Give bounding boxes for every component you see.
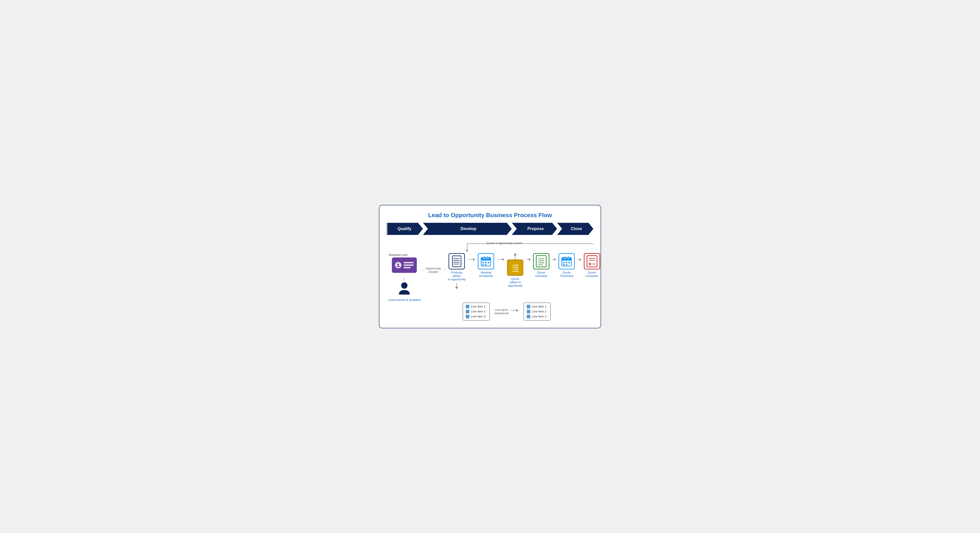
accepted-label: QuoteAccepted <box>586 271 598 278</box>
svg-rect-24 <box>485 264 487 265</box>
quote-up-arrow <box>514 253 517 255</box>
accepted-icon <box>584 253 600 270</box>
node-accepted: QuoteAccepted <box>582 253 601 278</box>
transfer-arrow <box>511 310 518 313</box>
svg-rect-45 <box>568 256 569 259</box>
person-silhouette <box>396 263 401 267</box>
phase-close: Close <box>557 223 593 235</box>
svg-rect-21 <box>485 262 487 263</box>
biz-card-icon <box>392 257 417 273</box>
svg-rect-17 <box>481 257 491 261</box>
meeting-icon <box>478 253 494 270</box>
node-products: ✓ ✓ ✓ ✓ Products addedto opportunity <box>447 253 467 289</box>
quote-red-svg <box>587 255 597 267</box>
quote-lineitem-2: Line Item 2 <box>527 310 547 313</box>
svg-text:✓: ✓ <box>453 263 454 265</box>
svg-rect-22 <box>488 262 489 263</box>
biz-card-avatar <box>395 262 401 268</box>
biz-to-lead-arrow: ↓ <box>403 276 406 281</box>
svg-point-5 <box>397 263 399 265</box>
svg-rect-23 <box>482 264 484 265</box>
lineitems-row: Line Item 1 Line Item 2 Line Item 3 Line… <box>463 303 593 320</box>
opp-created-connector: – Opportunity created → <box>422 267 447 273</box>
node-meeting: MeetingScheduled <box>476 253 496 278</box>
svg-rect-19 <box>487 256 488 259</box>
h-conn-4 <box>551 258 557 261</box>
quote-lineitem-3: Line Item 3 <box>527 315 547 318</box>
svg-rect-20 <box>482 262 484 263</box>
node-quote: Quoteadded toopportunity <box>505 253 525 287</box>
lead-column: Business card ↓ <box>387 253 422 301</box>
lead-label: Lead entered & Qualified <box>388 298 421 301</box>
presented-icon <box>558 253 575 270</box>
opp-lineitems-box: Line Item 1 Line Item 2 Line Item 3 <box>463 303 490 320</box>
svg-rect-47 <box>566 262 567 263</box>
opp-lineitem-2: Line Item 2 <box>466 310 487 313</box>
phase-qualify: Qualify <box>387 223 423 235</box>
quote-label: Quoteadded toopportunity <box>508 277 522 287</box>
phase-propose: Propose <box>512 223 557 235</box>
svg-rect-18 <box>484 256 485 259</box>
feedback-label: Quote & opportunity closed <box>486 241 522 245</box>
svg-rect-49 <box>563 264 565 265</box>
opp-li-sq-2 <box>466 310 469 313</box>
quote-li-sq-1 <box>527 305 530 308</box>
svg-marker-3 <box>466 250 468 251</box>
opp-lineitem-3: Line Item 3 <box>466 315 487 318</box>
lead-person-icon <box>398 281 410 297</box>
opp-lineitem-1: Line Item 1 <box>466 305 487 308</box>
products-icon: ✓ ✓ ✓ ✓ <box>449 253 465 270</box>
lead-person-svg <box>398 281 410 295</box>
presented-label: QuotePresented <box>560 271 573 278</box>
svg-point-6 <box>401 282 407 289</box>
phase-develop: Develop <box>423 223 512 235</box>
svg-rect-50 <box>566 264 567 265</box>
products-label: Products addedto opportunity <box>447 271 467 281</box>
quote-lineitems-box: Line Item 1 Line Item 2 Line Item 3 <box>523 303 551 320</box>
opp-li-sq-1 <box>466 305 469 308</box>
nodes-row: ✓ ✓ ✓ ✓ Products addedto opportunity <box>447 253 601 289</box>
transfer-label: Line itemstransferred <box>492 308 511 315</box>
activated-label: QuoteActivated <box>535 271 547 278</box>
quote-gold-svg <box>510 262 520 274</box>
transfer-arrowhead <box>516 309 518 312</box>
opp-created-label: Opportunity created <box>426 267 441 273</box>
quote-li-sq-3 <box>527 315 530 318</box>
svg-rect-46 <box>563 262 565 263</box>
svg-rect-34 <box>536 255 546 267</box>
quote-li-sq-2 <box>527 310 530 313</box>
transfer-connector: Line itemstransferred <box>490 308 520 315</box>
products-down-arrow <box>455 287 458 289</box>
quote-icon <box>507 260 523 276</box>
svg-rect-51 <box>587 255 597 267</box>
diagram-title: Lead to Opportunity Business Process Flo… <box>387 212 593 219</box>
biz-card-line-1 <box>404 262 414 263</box>
checklist-svg: ✓ ✓ ✓ ✓ <box>452 255 462 267</box>
biz-card-line-3 <box>404 267 410 268</box>
svg-rect-43 <box>562 257 571 261</box>
quote-lineitem-1: Line Item 1 <box>527 305 547 308</box>
h-conn-2 <box>496 258 505 261</box>
diagram-container: Lead to Opportunity Business Process Flo… <box>379 205 601 328</box>
meeting-label: MeetingScheduled <box>479 271 493 278</box>
biz-card-lines <box>404 262 414 268</box>
quote-up-line <box>515 255 515 260</box>
opp-arrow: → <box>442 268 447 272</box>
calendar-svg <box>480 255 492 267</box>
svg-rect-44 <box>564 256 565 259</box>
calendar2-svg <box>561 255 572 267</box>
phases-row: Qualify Develop Propose Close <box>387 223 593 235</box>
dash-line: – <box>422 268 424 272</box>
quote-green-svg <box>536 255 547 267</box>
h-conn-1 <box>467 258 476 261</box>
h-conn-3 <box>525 258 531 261</box>
biz-card-line-2 <box>404 265 414 266</box>
biz-card-label: Business card <box>389 253 407 257</box>
activated-icon <box>533 253 549 270</box>
opp-li-sq-3 <box>466 315 469 318</box>
main-row: Business card ↓ <box>387 253 593 301</box>
node-presented: QuotePresented <box>557 253 576 278</box>
node-activated: QuoteActivated <box>531 253 551 278</box>
svg-rect-48 <box>568 262 570 263</box>
h-conn-5 <box>576 258 582 261</box>
